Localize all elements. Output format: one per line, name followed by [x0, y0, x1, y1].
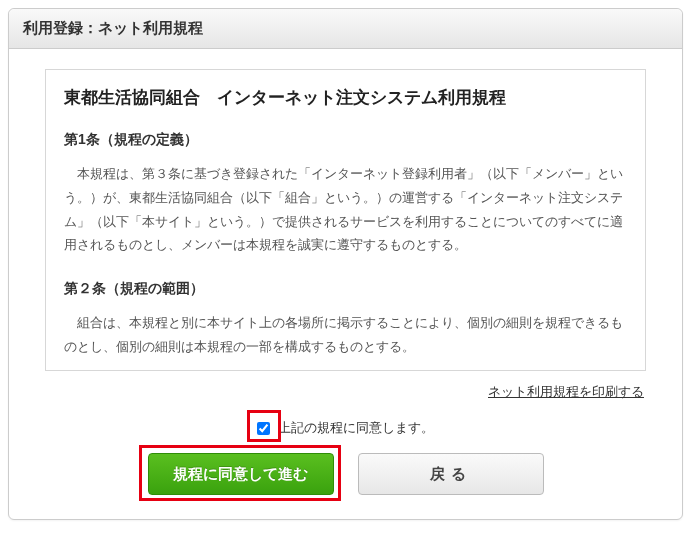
button-row: 規程に同意して進む 戻る [45, 453, 646, 495]
article1-title: 第1条（規程の定義） [64, 131, 627, 149]
terms-heading: 東都生活協同組合 インターネット注文システム利用規程 [64, 86, 627, 109]
agree-label[interactable]: 上記の規程に同意します。 [278, 420, 434, 435]
article2-title: 第２条（規程の範囲） [64, 280, 627, 298]
back-button[interactable]: 戻る [358, 453, 544, 495]
panel-content: 東都生活協同組合 インターネット注文システム利用規程 第1条（規程の定義） 本規… [9, 49, 682, 519]
article2-body: 組合は、本規程と別に本サイト上の各場所に掲示することにより、個別の細則を規程でき… [64, 312, 627, 360]
agree-checkbox[interactable] [257, 422, 270, 435]
terms-scrollbox[interactable]: 東都生活協同組合 インターネット注文システム利用規程 第1条（規程の定義） 本規… [45, 69, 646, 371]
registration-panel: 利用登録：ネット利用規程 東都生活協同組合 インターネット注文システム利用規程 … [8, 8, 683, 520]
panel-title: 利用登録：ネット利用規程 [9, 9, 682, 49]
print-row: ネット利用規程を印刷する [47, 383, 644, 401]
article1-body: 本規程は、第３条に基づき登録された「インターネット登録利用者」（以下「メンバー」… [64, 163, 627, 258]
print-terms-link[interactable]: ネット利用規程を印刷する [488, 384, 644, 399]
agree-and-proceed-button[interactable]: 規程に同意して進む [148, 453, 334, 495]
agree-row: 上記の規程に同意します。 [45, 419, 646, 437]
